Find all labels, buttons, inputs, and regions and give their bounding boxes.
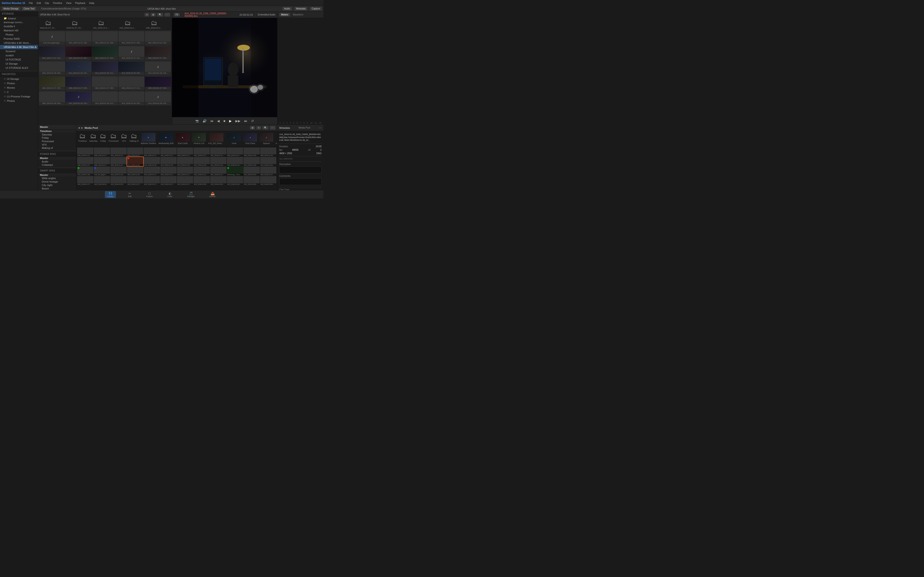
clip-13[interactable]: ♪A08_2016-01-27... [77,157,93,166]
preview-prev-frame[interactable]: ◀ [216,119,221,123]
power-audio[interactable]: Audio [38,160,76,163]
bin-clip-7[interactable]: A03_2016-01-27: 204... [92,45,118,60]
clip-33[interactable]: A01_2016-01-27... [210,167,226,176]
bin-clip-14[interactable]: ♪ A14_2016-01-28: 224... [145,61,171,75]
clip-8[interactable]: A01_2016-01-27... [194,147,210,156]
sidebar-item-screens[interactable]: Screens! [0,49,38,53]
clip-38[interactable]: A03_2016-02-05... [94,176,110,185]
sidebar-fav-photos2[interactable]: ☆ Photos [0,98,38,103]
bin-clip-17[interactable]: A08_2016-01-27: 365... [92,76,118,90]
clip-41[interactable]: A15_2016-01-27... [144,176,160,185]
smart-master[interactable]: Master [38,173,76,177]
sidebar-fav-c[interactable]: ☆ C [0,90,38,94]
bin-processed[interactable]: Processed [38,140,76,143]
pool-clip-spaces[interactable]: ♪ Spaces [258,132,274,145]
clip-24[interactable]: A14_2016-01-28... [260,157,276,166]
clip-42[interactable]: A15_2016-01-27... [160,176,176,185]
clip-15[interactable]: ♪A08_2016-01-27... [110,157,127,166]
power-master[interactable]: Master [38,156,76,160]
pool-clip-firstclass[interactable]: ♪ First Class [242,132,258,145]
clip-12[interactable]: A08_2016-01-28... [260,147,276,156]
bin-clip-15[interactable]: A03_2016-01-27: 225... [39,76,65,90]
bin-clip-13[interactable]: A14_2016-01-28: 225... [118,61,145,75]
nav-fairlight[interactable]: 🎵 Fairlight [184,191,197,198]
clip-45[interactable]: A15_2016-02-06... [210,176,226,185]
preview-next-frame[interactable]: ▶▶ [234,119,241,123]
pool-clip-f16[interactable]: F16_full_Flowing... [207,132,226,145]
pool-folder-saturday[interactable]: 🗂 Saturday [88,132,99,145]
clip-1[interactable]: A08_2016-01-21... [77,147,93,156]
pool-folder-friday[interactable]: 🗂 Friday [99,132,107,145]
folder-item-1[interactable]: 🗂 2016-01-27: 23:08:41 [66,19,84,30]
nav-deliver[interactable]: 📤 Deliver [207,191,218,198]
clip-32[interactable]: A01_2016-01-27... [194,167,210,176]
bin-clip-2[interactable]: A01_2015-12-12: 190... [92,31,118,45]
menu-file[interactable]: File [29,2,33,4]
clip-40[interactable]: A15_2016-01-27... [127,176,143,185]
audio-button[interactable]: Audio [283,7,292,10]
clip-34[interactable]: BMUbinge_Trans... [227,167,243,176]
clip-7[interactable]: A08_2016-01-27... [177,147,193,156]
sidebar-item-ursa1[interactable]: URSA Mini 4.6K Short... [0,41,38,45]
pool-clip-wednesday[interactable]: ▶ Wednesday Edit [158,132,174,145]
clip-44[interactable]: A15_2016-02-06... [194,176,210,185]
clip-14[interactable]: A08_2016-01-27... [94,157,110,166]
bin-clip-12[interactable]: A14_2016-01-28: 211... [92,61,118,75]
clip-28[interactable]: A03_2016-01-25... [127,167,143,176]
bin-grid-view[interactable]: ⊞ [150,13,156,16]
pool-clip-belinda[interactable]: ▶ Belinda Timeline [140,132,157,145]
bin-vfx[interactable]: VFX [38,143,76,146]
nav-color[interactable]: ◐ Color [165,191,175,198]
clip-20[interactable]: A14_2016-01-28... [194,157,210,166]
timelines-item[interactable]: Timelines [38,129,76,133]
preview-cam-icon[interactable]: 📷 [194,119,200,123]
bin-clip-4[interactable]: A01_2015-12-12: 193... [145,31,171,45]
pool-folder-processed[interactable]: 🗂 Processed [108,132,120,145]
metadata-button[interactable]: Metadata [294,7,307,10]
folder-item-3[interactable]: 🗂 A03_2016-01-27: 224... [118,19,137,30]
power-cutaways[interactable]: Cutaways [38,163,76,167]
sidebar-fav-ui-storage[interactable]: ☆ UI Storage [0,77,38,81]
sidebar-item-ui-storage[interactable]: UI Storage [0,61,38,66]
bin-clip-18[interactable]: A08_2016-01-27: 211... [118,76,145,90]
sidebar-item-godzilla[interactable]: Godzilla # [0,24,38,28]
sidebar-item-promise[interactable]: Promise RAID [0,37,38,41]
bin-clip-11[interactable]: ♪ A14_2016-01-28: 215... [66,61,92,75]
clip-46[interactable]: A15_2016-02-06... [227,176,243,185]
smart-wide[interactable]: Wide angles [38,177,76,180]
smart-city[interactable]: City night [38,183,76,187]
clip-16[interactable]: A14_2016-01-28... [127,157,143,166]
clone-tool-tab[interactable]: Clone Tool [22,7,36,10]
tab-waveform[interactable]: Waveform [291,13,305,16]
pool-more[interactable]: ⋯ [270,126,275,129]
sidebar-fav-photos[interactable]: ☆ Photos [0,81,38,85]
clip-29[interactable]: ♪A03_2016-01-27... [144,167,160,176]
clip-37[interactable]: A03_2016-01-27... [77,176,93,185]
nav-edit[interactable]: ✂ Edit [125,191,134,198]
clip-17[interactable]: ♪A14_2016-01-28... [144,157,160,166]
clip-35[interactable]: A15_2016-02-05... [244,167,260,176]
menu-playback[interactable]: Playback [75,2,86,4]
bin-clip-5[interactable]: A03_2015-12-12: 120... [39,45,65,60]
bin-clip-9[interactable]: A08_2016-01-27: 220... [145,45,171,60]
bin-more[interactable]: ⋯ [165,13,170,16]
bin-friday[interactable]: Friday [38,136,76,140]
bin-clip-3[interactable]: A01_2015-12-17: 193... [118,31,145,45]
clip-27[interactable]: A03_2016-01-25... [110,167,127,176]
clip-39[interactable]: A15_2016-02-05... [110,176,127,185]
sidebar-item-maintech[interactable]: Maintech HD [0,28,38,32]
preview-skip-start[interactable]: ⏮ [209,119,214,123]
preview-audio-icon[interactable]: 🔊 [202,119,207,123]
clip-4[interactable]: A08_2016-04-27... [127,147,143,156]
pool-clip-endcreds[interactable]: ▶ End Creds [175,132,191,145]
clip-25[interactable]: A15_2016-01-28... [77,167,93,176]
capture-button[interactable]: Capture [310,7,321,10]
preview-stop[interactable]: ■ [223,119,226,123]
pool-grid-view[interactable]: ⊞ [250,126,255,129]
sidebar-item-scratch[interactable]: scratch [0,53,38,58]
clip-48[interactable]: A15_2016-03-05... [260,176,276,185]
clip-47[interactable]: A15_2016-03-05... [244,176,260,185]
clip-30[interactable]: A03_2016-01-27... [160,167,176,176]
bin-clip-20[interactable]: A68_2016-01-28: 000... [39,91,65,105]
clip-43[interactable]: A15_2016-01-27... [177,176,193,185]
